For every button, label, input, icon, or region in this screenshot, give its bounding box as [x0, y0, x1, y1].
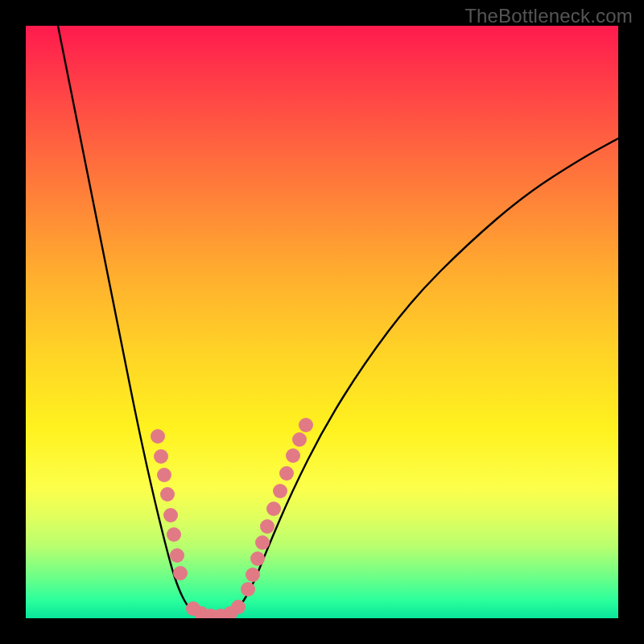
highlight-dot [246, 568, 260, 582]
highlight-dot [167, 527, 181, 542]
highlight-dot [250, 551, 265, 566]
highlight-dot [154, 449, 168, 464]
highlight-dot [173, 566, 188, 580]
highlight-dot [273, 484, 287, 498]
highlight-dot [157, 468, 171, 482]
highlight-dot [170, 548, 184, 563]
highlight-dot [213, 609, 228, 618]
highlight-dot [292, 432, 307, 447]
bottleneck-curve [58, 26, 618, 618]
highlight-dot [160, 487, 175, 502]
highlight-dot [286, 448, 300, 463]
highlight-dot [186, 601, 200, 616]
plot-area [26, 26, 618, 618]
highlight-dot [163, 508, 178, 522]
highlight-dot [255, 535, 270, 550]
highlight-dot [223, 606, 237, 618]
highlight-dot [151, 429, 165, 444]
highlight-dot [279, 466, 294, 481]
highlight-dot [204, 609, 218, 618]
highlight-dot [299, 418, 313, 432]
watermark-text: TheBottleneck.com [464, 5, 633, 27]
highlight-dot [241, 582, 255, 597]
highlight-dot [266, 502, 281, 516]
chart-stage: TheBottleneck.com [0, 0, 644, 644]
highlight-dot [260, 519, 275, 534]
curve-svg [26, 26, 618, 618]
highlight-dot [231, 600, 246, 614]
highlight-dot [194, 606, 208, 618]
highlight-dots-group [151, 418, 313, 618]
